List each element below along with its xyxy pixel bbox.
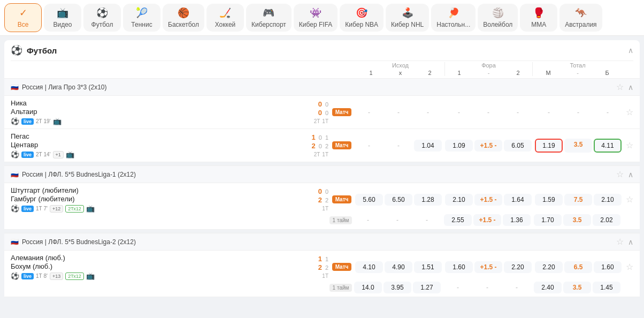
nav-label-basketball: Баскетбол [168,21,199,28]
match-m1-odd-2[interactable]: - [414,107,442,118]
match-m2-odd-x[interactable]: - [385,140,412,152]
match-m2-teams: Пегас Центавр ⚽ live 2Т 14' +1 📺 [11,132,296,158]
match-m3-fora1-mid: +1.5 - [474,194,502,206]
match-m3-type-row2: 1 тайм [327,216,354,224]
league-liga1-flag: 🇷🇺 [11,84,19,91]
nav-label-hockey: Хоккей [215,21,236,28]
nav-item-tennis[interactable]: 🎾Теннис [123,4,160,32]
league-liga1-header[interactable]: 🇷🇺 Россия | Лига Про 3*3 (2х10) ☆ ∧ [4,78,640,96]
nav-item-australia[interactable]: 🦘Австралия [559,4,602,32]
nav-item-volleyball[interactable]: 🏐Волейбол [478,4,518,32]
match-m1-fora1[interactable]: - [445,107,473,118]
league-liga2: 🇷🇺 Россия | ЛФЛ. 5*5 BudnesLiga-1 (2х12)… [4,165,640,230]
match-m1-odd-1[interactable]: - [355,107,383,118]
nav-icon-cybersport: 🎮 [263,7,274,19]
league-liga1-fav[interactable]: ☆ [616,82,624,92]
nav-item-cybersport[interactable]: 🎮Киберспорт [246,4,292,32]
match-m4-total2-b[interactable]: 1.45 [593,282,620,293]
match-m2-odd-2[interactable]: 1.04 [414,140,442,152]
nav-icon-football: ⚽ [96,7,108,19]
match-m3-fora1-2[interactable]: 1.64 [504,194,532,206]
match-m2-score1-main: 1 [312,133,316,141]
match-m4-odd1-2[interactable]: 1.51 [414,261,442,273]
match-m4-fav[interactable]: ☆ [626,262,633,272]
match-m4-total2-m[interactable]: 2.40 [534,282,562,293]
match-m1-odd-x[interactable]: - [385,107,412,118]
match-m4-fora1-1[interactable]: 1.60 [445,261,473,273]
league-liga3-header[interactable]: 🇷🇺 Россия | ЛФЛ. 5*5 BudnesLiga-2 (2х12)… [4,233,640,251]
match-m2-total-m[interactable]: 1.19 [535,139,563,153]
total-header: Тотал [570,62,585,69]
match-m3-total1-m[interactable]: 1.59 [535,194,563,206]
league-liga2-header[interactable]: 🇷🇺 Россия | ЛФЛ. 5*5 BudnesLiga-1 (2х12)… [4,165,640,183]
nav-item-video[interactable]: 📺Видео [44,4,81,32]
match-m2-fav[interactable]: ☆ [626,140,633,150]
match-m1-score2-main: 0 [318,109,322,117]
match-m3-total2-b[interactable]: 2.02 [593,214,620,226]
match-m4-fora1-2[interactable]: 2.20 [504,261,532,273]
nav-icon-hockey: 🏒 [219,7,231,19]
match-m4-extra: +13 [50,272,63,280]
match-m3-odd2-1[interactable]: - [354,214,382,226]
col2-header: 2 [416,70,444,76]
league-liga2-fav[interactable]: ☆ [616,169,624,179]
match-m2-odd-1[interactable]: - [355,140,383,152]
match-m3-total-row2: 1.70 3.5 2.02 [534,214,620,226]
match-m3-total1-b[interactable]: 2.10 [594,194,622,206]
match-m1-total-m[interactable]: - [535,107,563,118]
match-m4-total1-m[interactable]: 2.20 [535,261,563,273]
colx-header: х [387,70,415,76]
nav-label-video: Видео [53,21,72,28]
match-m4-fora2-1[interactable]: - [444,282,472,293]
match-m2-ishod: - - 1.04 [355,140,442,152]
nav-item-mma[interactable]: 🥊ММА [520,4,557,32]
nav-item-hockey[interactable]: 🏒Хоккей [206,4,244,32]
match-m3-fora2-1[interactable]: 2.55 [444,214,472,226]
nav-item-football[interactable]: ⚽Футбол [83,4,121,32]
nav-item-cyber-nba[interactable]: 🎯Кибер NBA [340,4,384,32]
nav-item-nastolnye[interactable]: 🏓Настольн... [431,4,476,32]
match-m3-fora1-1[interactable]: 2.10 [445,194,473,206]
nav-item-cyber-nhl[interactable]: 🕹️Кибер NHL [386,4,429,32]
nav-item-cyber-fifa[interactable]: 👾Кибер FIFA [294,4,338,32]
match-m1-total-b[interactable]: - [594,107,622,118]
match-m4-fora2-2[interactable]: - [503,282,531,293]
match-m4-odd2-x[interactable]: 3.95 [384,282,411,293]
league-liga3-collapse[interactable]: ∧ [628,238,633,246]
match-m3-fora2-2[interactable]: 1.36 [503,214,531,226]
match-m1-fora2[interactable]: - [504,107,532,118]
nav-item-basketball[interactable]: 🏀Баскетбол [163,4,204,32]
league-liga3-fav[interactable]: ☆ [616,237,624,247]
match-m3-odd2-x[interactable]: - [384,214,411,226]
league-liga1-collapse[interactable]: ∧ [628,83,633,92]
match-m4-live1: live [21,273,34,279]
nav-label-mma: ММА [531,21,546,28]
match-m3-fav[interactable]: ☆ [626,194,633,205]
match-m3-score1-main: 0 [318,187,322,195]
section-collapse-icon[interactable]: ∧ [628,46,633,55]
match-m3-odd1-2[interactable]: 1.28 [414,194,442,206]
match-m2-score1-sub2: 1 [325,134,328,141]
nav-icon-basketball: 🏀 [178,7,189,19]
match-m4-total1-b[interactable]: 1.60 [594,261,622,273]
match-m3-scores: 0 0 2 2 1Т [296,187,328,211]
match-m2-fora-mid: +1.5 - [474,140,502,152]
match-m4-odd2-2[interactable]: 1.27 [413,282,441,293]
nav-label-all: Все [18,21,29,28]
league-liga2-collapse[interactable]: ∧ [628,170,633,179]
match-m3-total2-m[interactable]: 1.70 [534,214,562,226]
match-m1-fav[interactable]: ☆ [626,107,633,117]
match-m4-odd1-x[interactable]: 4.90 [385,261,412,273]
match-m2-total-b[interactable]: 4.11 [594,139,622,153]
match-m2-score2-main: 2 [312,142,316,150]
nav-item-all[interactable]: ✓Все [4,3,42,32]
match-m4-odd1-1[interactable]: 4.10 [355,261,383,273]
match-m3-odd1-x[interactable]: 6.50 [385,194,412,206]
match-m2-total: 1.19 3.5 4.11 [535,139,622,153]
match-m4-odd2-1[interactable]: 14.0 [354,282,382,293]
match-m4-score1-sub: 1 [325,256,328,262]
match-m2-fora2[interactable]: 6.05 [504,140,532,152]
match-m3-odd1-1[interactable]: 5.60 [355,194,383,206]
match-m2-fora1[interactable]: 1.09 [445,140,473,152]
match-m3-odd2-2[interactable]: - [413,214,441,226]
